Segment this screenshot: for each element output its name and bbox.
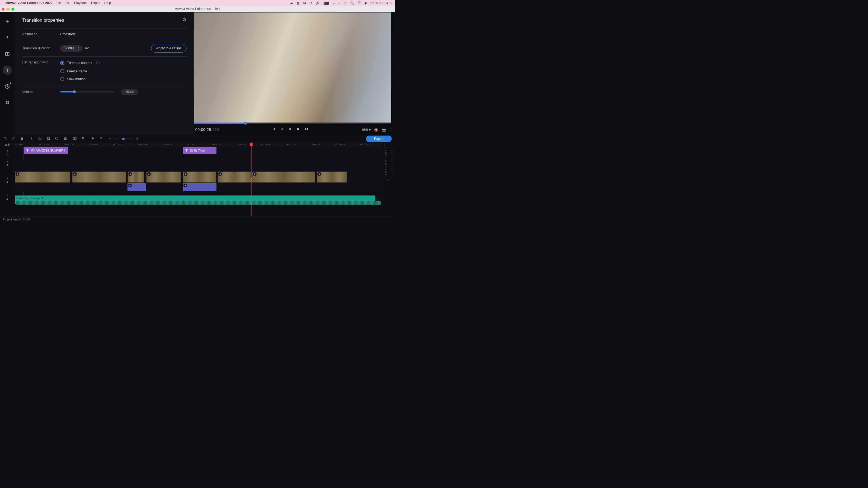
aspect-ratio-selector[interactable]: 16:9 ▾ (361, 128, 371, 132)
help-icon[interactable]: ⓘ (96, 61, 99, 65)
menu-playback[interactable]: Playback (74, 1, 87, 5)
duration-spinner[interactable]: ▲▼ (78, 46, 80, 50)
skip-start-button[interactable] (272, 127, 276, 132)
volume-icon[interactable]: 🔊 (316, 1, 320, 5)
fill-option-trimmed[interactable]: Trimmed content ⓘ (60, 61, 99, 65)
overlay-track[interactable] (14, 159, 382, 171)
eye-icon[interactable] (6, 154, 9, 157)
duration-field[interactable] (64, 46, 76, 50)
music-track[interactable]: Carefree_Days.mp3 (14, 195, 382, 205)
shield-icon[interactable]: ✪ (303, 1, 306, 5)
duration-input[interactable]: ▲▼ (60, 45, 82, 52)
preview-viewport[interactable] (194, 12, 391, 123)
eye-icon[interactable] (6, 160, 9, 163)
video-clip[interactable] (316, 171, 347, 183)
text-clip[interactable]: Selfie Time! (183, 147, 216, 154)
speaker-icon[interactable] (6, 181, 9, 184)
link-icon[interactable] (6, 167, 9, 170)
fill-option-slowmo[interactable]: Slow motion (60, 77, 99, 81)
siri-icon[interactable]: ◉ (364, 1, 367, 5)
transitions-tool[interactable] (3, 50, 12, 59)
cloud-icon[interactable]: ☁︎ (290, 1, 293, 5)
video-clip[interactable] (252, 171, 315, 183)
video-clip[interactable] (127, 171, 144, 183)
menu-file[interactable]: File (56, 1, 61, 5)
step-forward-button[interactable] (296, 127, 301, 132)
star-icon[interactable] (218, 172, 222, 176)
video-clip[interactable] (218, 171, 251, 183)
video-clip[interactable] (146, 171, 181, 183)
filters-tool[interactable] (3, 33, 12, 42)
color-button[interactable] (55, 136, 59, 141)
speaker-icon[interactable] (6, 163, 9, 166)
timeline-body[interactable]: 00:00:0000:00:0300:00:0600:00:0900:00:12… (14, 142, 382, 216)
star-icon[interactable] (253, 172, 257, 176)
playhead[interactable] (251, 142, 251, 216)
speaker-icon[interactable] (6, 198, 9, 201)
star-icon[interactable] (183, 184, 187, 187)
apply-all-clips-button[interactable]: Apply to All Clips (151, 44, 187, 53)
text-track-header[interactable]: T (0, 147, 14, 159)
snapshot-icon[interactable]: 📷 (382, 128, 386, 132)
preview-menu-icon[interactable]: ⋮ (389, 128, 393, 132)
search-icon[interactable]: 🔍 (350, 1, 354, 5)
zoom-out-button[interactable]: − (108, 136, 111, 141)
star-icon[interactable] (317, 172, 321, 176)
lang-badge[interactable]: GB (323, 2, 329, 5)
star-icon[interactable] (147, 172, 151, 176)
eye-icon[interactable] (6, 177, 9, 180)
marker-button[interactable] (81, 136, 85, 141)
export-button[interactable]: Export (366, 135, 392, 142)
tv-icon[interactable]: ▦ (297, 1, 300, 5)
video-track-header[interactable]: ← (0, 171, 14, 192)
menu-edit[interactable]: Edit (65, 1, 70, 5)
menubar-clock[interactable]: Fri 29 Jul 13:39 (370, 1, 392, 5)
play-button[interactable] (288, 127, 292, 132)
cut-button[interactable] (30, 136, 34, 141)
step-back-button[interactable] (280, 127, 284, 132)
mute-icon[interactable]: 🔇 (374, 128, 378, 132)
wifi-icon[interactable]: ⌵ (338, 1, 340, 5)
overlay-track-header[interactable] (0, 159, 14, 171)
menubar-app-name[interactable]: Movavi Video Editor Plus 2022 (5, 1, 52, 5)
text-track[interactable]: MY AMAZING SUMMER ISelfie Time! (14, 147, 382, 155)
fill-option-freeze[interactable]: Freeze frame (60, 69, 99, 73)
audio-track-header[interactable]: ♪ (0, 192, 14, 202)
record-video-button[interactable] (91, 136, 95, 141)
zoom-slider[interactable] (114, 138, 133, 139)
titles-tool[interactable] (3, 66, 12, 75)
zoom-in-button[interactable]: + (136, 136, 138, 141)
menu-help[interactable]: Help (104, 1, 111, 5)
crop-button[interactable] (46, 136, 51, 141)
video-clip[interactable] (14, 171, 70, 183)
skip-end-button[interactable] (304, 127, 309, 132)
star-icon[interactable] (128, 172, 132, 176)
star-icon[interactable] (73, 172, 77, 176)
redo-button[interactable] (12, 136, 16, 141)
star-icon[interactable] (184, 172, 187, 176)
more-tools[interactable] (3, 98, 12, 107)
back-icon[interactable]: ← (6, 184, 9, 187)
delete-button[interactable] (20, 136, 24, 141)
menu-export[interactable]: Export (91, 1, 101, 5)
transition-wizard-button[interactable] (73, 136, 77, 141)
video-clip[interactable] (183, 171, 216, 183)
preview-scrubber[interactable] (194, 123, 391, 124)
play-icon[interactable]: ⊙ (310, 1, 312, 5)
timeline-ruler[interactable]: 00:00:0000:00:0300:00:0600:00:0900:00:12… (14, 142, 382, 147)
volume-slider[interactable] (60, 91, 115, 93)
star-icon[interactable] (128, 184, 132, 187)
reset-button[interactable] (182, 18, 187, 23)
record-audio-button[interactable] (99, 136, 103, 141)
linked-clip[interactable] (127, 183, 146, 191)
undo-button[interactable] (3, 136, 7, 141)
text-clip[interactable]: MY AMAZING SUMMER I (24, 147, 68, 154)
video-track[interactable] (14, 171, 382, 183)
linked-clip[interactable] (183, 183, 216, 191)
video-clip[interactable] (72, 171, 126, 183)
star-icon[interactable] (16, 172, 19, 176)
control-center-icon[interactable]: ☰ (358, 1, 361, 5)
audio-clip[interactable]: Carefree_Days.mp3 (14, 195, 375, 204)
adjust-button[interactable] (63, 136, 67, 141)
add-track-button[interactable]: ≡+ (0, 142, 14, 147)
